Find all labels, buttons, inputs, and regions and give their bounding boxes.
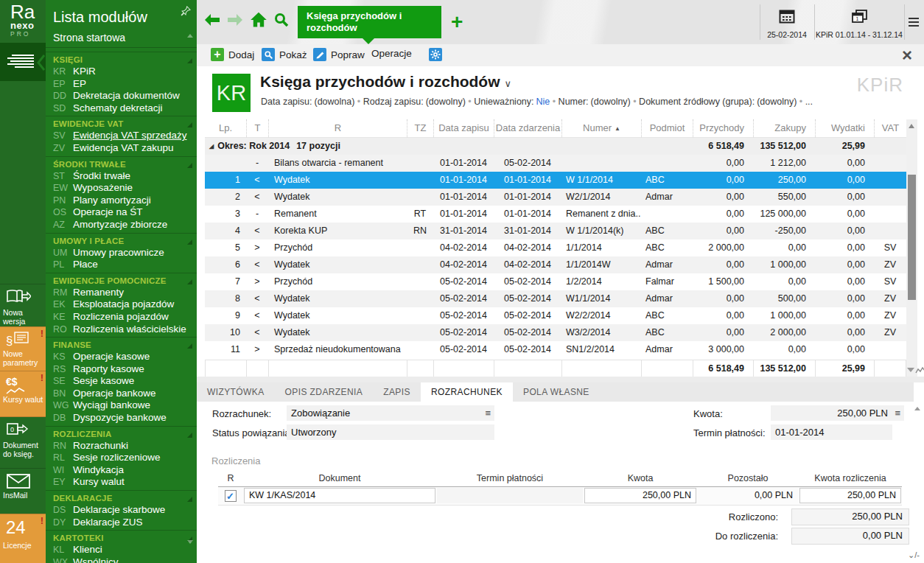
module-list-button[interactable] — [0, 43, 46, 81]
column-header-r[interactable]: R — [268, 119, 407, 137]
column-header-zakupy[interactable]: Zakupy — [753, 119, 815, 137]
kwota-field[interactable]: 250,00 PLN≡ — [771, 405, 904, 421]
page-title[interactable]: Księga przychodów i rozchodów∨ — [260, 73, 511, 91]
sidebar-item[interactable]: OSOperacje na ŚT — [46, 206, 197, 219]
sidebar-item[interactable]: SVEwidencja VAT sprzedaży — [46, 130, 197, 142]
rail-button-kursy-walut[interactable]: ! €$ Kursy walut — [0, 371, 46, 417]
rozl-cell-rozliczenie[interactable]: 250,00 PLN — [799, 487, 902, 505]
tab-pola-wlasne[interactable]: POLA WŁASNE — [513, 382, 600, 402]
table-row[interactable]: 1 < Wydatek 01-01-2014 01-01-2014 W 1/1/… — [205, 172, 906, 189]
filter-value[interactable]: (dowolna) — [314, 97, 354, 107]
sidebar-item[interactable]: PNPlany amortyzacji — [46, 195, 197, 207]
sidebar-item[interactable]: UMUmowy pracownicze — [46, 247, 197, 259]
table-row[interactable]: 3 - Remanent RT 01-01-2014 01-01-2014 Re… — [205, 206, 906, 223]
sidebar-item[interactable]: RMRemanenty — [46, 287, 197, 299]
sidebar-item[interactable]: KSIĘGI — [46, 52, 197, 66]
filter-value[interactable]: (dowolny) — [591, 97, 631, 107]
sidebar-item[interactable]: WXWspólnicy — [46, 556, 197, 563]
sidebar-item[interactable]: SESesje kasowe — [46, 375, 197, 388]
rail-button-nowa-wersja[interactable]: Nowa wersja — [0, 284, 46, 327]
sidebar-item[interactable]: EWIDENCJE VAT — [46, 116, 197, 130]
filter-value[interactable]: Nie — [536, 97, 550, 107]
sidebar-item[interactable]: RLSesje rozliczeniowe — [46, 452, 197, 464]
pin-icon[interactable] — [181, 6, 191, 16]
close-view-icon[interactable]: × — [902, 45, 912, 66]
sidebar-scroll-up-icon[interactable] — [187, 34, 193, 38]
operations-button[interactable]: Operacje — [371, 48, 412, 59]
rozl-cell-termin[interactable] — [436, 487, 584, 505]
table-row[interactable]: 11 > Sprzedaż nieudokumentowana 05-02-20… — [205, 341, 906, 358]
tab-wizytowka[interactable]: WIZYTÓWKA — [197, 382, 275, 402]
sidebar-item[interactable]: DEKLARACJE — [46, 490, 197, 504]
period-button[interactable]: 1 KPiR 01.01.14 - 31.12.14 — [815, 0, 903, 44]
sidebar-item[interactable]: AZAmortyzacje zbiorcze — [46, 219, 197, 231]
sidebar-item[interactable]: SDSchematy dekretacji — [46, 102, 197, 115]
sidebar-item[interactable]: EPEP — [46, 78, 197, 91]
rozl-kwota-value[interactable]: 250,00 PLN — [584, 488, 696, 503]
column-header-data-zapisu[interactable]: Data zapisu — [433, 119, 494, 137]
title-chevron-down-icon[interactable]: ∨ — [505, 78, 512, 89]
sidebar-item[interactable]: KERozliczenia pojazdów — [46, 311, 197, 324]
rail-button-dokument-do-ksieg[interactable]: 0 Dokument do księg. — [0, 416, 46, 469]
filter-item[interactable]: Rodzaj zapisu:(dowolny) — [354, 97, 466, 107]
sidebar-item[interactable]: WGWyciągi bankowe — [46, 399, 197, 412]
sidebar-item[interactable]: KRKPiR — [46, 66, 197, 78]
sidebar-item-strona-startowa[interactable]: Strona startowa — [46, 30, 197, 48]
sidebar-item[interactable]: RNRozrachunki — [46, 440, 197, 452]
filter-item[interactable]: Data zapisu:(dowolna) — [261, 97, 354, 107]
filter-value[interactable]: (dowolny) — [426, 97, 466, 107]
sidebar-item[interactable]: RORozliczenia właścicielskie — [46, 324, 197, 336]
sidebar-scroll-down-icon[interactable] — [187, 540, 193, 544]
sidebar-item[interactable]: ROZLICZENIA — [46, 426, 197, 440]
sidebar-item[interactable]: DDDekretacja dokumentów — [46, 90, 197, 102]
column-header-lp[interactable]: Lp. — [205, 119, 246, 137]
add-button[interactable]: + Dodaj — [211, 48, 254, 61]
sidebar-item[interactable]: ŚRODKI TRWAŁE — [46, 156, 197, 170]
tab-opis-zdarzenia[interactable]: OPIS ZDARZENIA — [275, 382, 374, 402]
sidebar-item[interactable]: EKEksploatacja pojazdów — [46, 298, 197, 311]
sidebar-item[interactable]: DYDeklaracje ZUS — [46, 517, 197, 529]
scrollbar-thumb[interactable] — [908, 175, 916, 300]
sidebar-item[interactable]: KARTOTEKI — [46, 530, 197, 544]
termin-field[interactable]: 01-01-2014 — [771, 424, 892, 440]
sidebar-item[interactable]: BNOperacje bankowe — [46, 388, 197, 400]
column-header-vat[interactable]: VAT — [874, 119, 906, 137]
scrollbar-up-icon[interactable] — [909, 124, 914, 128]
rozl-cell-kwota[interactable]: 250,00 PLN — [584, 487, 697, 505]
field-menu-icon[interactable]: ≡ — [485, 405, 491, 421]
sidebar-item[interactable]: EWIDENCJE POMOCNICZE — [46, 273, 197, 287]
tab-rozrachunek[interactable]: ROZRACHUNEK — [421, 382, 513, 402]
group-expand-icon[interactable]: ◢ — [209, 138, 214, 155]
rozrachunek-field[interactable]: Zobowiązanie≡ — [287, 405, 494, 421]
edit-button[interactable]: Popraw — [313, 48, 365, 61]
sidebar-item[interactable]: PLPłace — [46, 259, 197, 271]
app-menu-icon[interactable] — [909, 18, 919, 27]
table-row[interactable]: 9 < Wydatek 05-02-2014 05-02-2014 W2/2/2… — [205, 307, 906, 324]
tab-ksiega-przychodow[interactable]: Księga przychodów i rozchodów — [298, 6, 441, 38]
table-row[interactable]: - Bilans otwarcia - remanent 01-01-2014 … — [205, 155, 906, 172]
table-row[interactable]: 4 < Korekta KUP RN 31-01-2014 31-01-2014… — [205, 223, 906, 239]
sidebar-item[interactable]: EWWyposażenie — [46, 182, 197, 195]
settings-button[interactable] — [429, 48, 442, 61]
home-icon[interactable] — [250, 11, 267, 32]
corner-resize-glyph[interactable]: ⌄/- — [908, 550, 920, 560]
filter-item[interactable]: Unieważniony:Nie — [466, 97, 550, 107]
rail-button-insmail[interactable]: InsMail — [0, 468, 46, 514]
rail-button-licencje[interactable]: ! 24 Licencje — [0, 514, 46, 563]
rozliczenia-row[interactable]: ✓ KW 1/KAS/2014 250,00 PLN 0,00 PLN 250,… — [218, 487, 902, 506]
sidebar-item[interactable]: WIWindykacja — [46, 464, 197, 477]
search-icon[interactable] — [273, 12, 290, 31]
table-row[interactable]: 5 > Przychód 04-02-2014 04-02-2014 1/1/2… — [205, 239, 906, 256]
filter-item[interactable]: ... — [797, 97, 815, 107]
settlement-checkbox[interactable]: ✓ — [225, 490, 237, 502]
sidebar-item[interactable]: EYKursy walut — [46, 476, 197, 489]
filter-value[interactable]: (dowolny) — [757, 97, 797, 107]
sidebar-item[interactable]: FINANSE — [46, 337, 197, 351]
column-header-tz[interactable]: TZ — [407, 119, 433, 137]
forward-icon[interactable] — [226, 13, 244, 29]
column-header-data-zdarzenia[interactable]: Data zdarzenia — [494, 119, 561, 137]
new-tab-plus-icon[interactable]: + — [451, 10, 463, 34]
group-row[interactable]: ◢Okres: Rok 201417 pozycji 6 518,49 135 … — [205, 138, 906, 155]
tab-zapis[interactable]: ZAPIS — [373, 382, 421, 402]
panel-scroll-up-icon[interactable] — [914, 407, 920, 410]
